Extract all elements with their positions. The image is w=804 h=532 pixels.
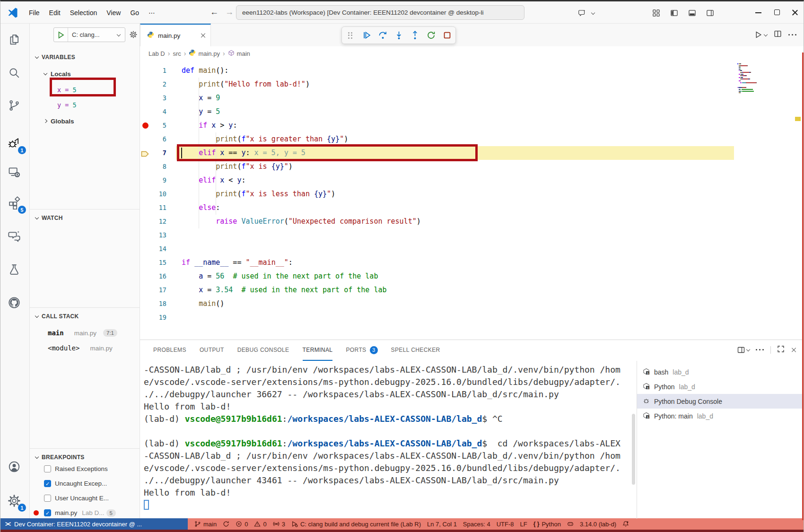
maximize-panel-icon[interactable] xyxy=(777,345,785,355)
code-line-1[interactable]: 1def main(): xyxy=(140,64,804,78)
close-panel-icon[interactable] xyxy=(791,347,797,353)
code-line-14[interactable]: 14 xyxy=(140,242,804,256)
close-icon[interactable] xyxy=(791,9,798,16)
code-line-2[interactable]: 2 print("Hello from lab-d!") xyxy=(140,78,804,91)
menu-edit[interactable]: Edit xyxy=(44,9,65,17)
language-mode-status[interactable]: { }Python xyxy=(533,521,561,528)
command-center[interactable]: eeen11202-labs (Workspace) [Dev Containe… xyxy=(236,5,524,20)
breakpoint-item[interactable]: Uncaught Excep... xyxy=(30,476,140,491)
line-number[interactable]: 8 xyxy=(151,160,166,174)
activity-remote-explorer-icon[interactable] xyxy=(8,166,23,181)
activity-accounts-icon[interactable] xyxy=(8,460,23,475)
panel-more-actions-icon[interactable] xyxy=(756,349,764,351)
terminal-list-item[interactable]: $Python: mainlab_d xyxy=(637,409,804,423)
continue-icon[interactable] xyxy=(362,31,371,40)
breakpoint-item[interactable]: User Uncaught E... xyxy=(30,491,140,506)
notifications-bell[interactable] xyxy=(622,521,629,527)
code-line-9[interactable]: 9 elif x < y: xyxy=(140,174,804,187)
line-number[interactable]: 9 xyxy=(151,174,166,187)
line-number[interactable]: 15 xyxy=(151,256,166,270)
menu-[interactable]: ⋯ xyxy=(144,9,160,17)
toggle-secondary-sidebar-icon[interactable] xyxy=(705,8,715,18)
code-line-16[interactable]: 16 a = 56 # used in the next part of the… xyxy=(140,270,804,283)
menu-view[interactable]: View xyxy=(102,9,125,17)
code-line-13[interactable]: 13 xyxy=(140,228,804,242)
step-into-icon[interactable] xyxy=(394,31,403,40)
line-number[interactable]: 14 xyxy=(151,242,166,256)
call-stack-section-header[interactable]: CALL STACK xyxy=(34,310,140,323)
activity-chat-icon[interactable] xyxy=(8,230,23,245)
activity-source-control-icon[interactable] xyxy=(8,99,23,114)
panel-tab-ports[interactable]: PORTS3 xyxy=(346,340,377,361)
terminal-list-item[interactable]: $bashlab_d xyxy=(637,365,804,379)
debug-settings-gear-icon[interactable] xyxy=(129,30,139,40)
line-number[interactable]: 10 xyxy=(151,187,166,201)
line-number[interactable]: 11 xyxy=(151,201,166,215)
breadcrumb-item[interactable]: src xyxy=(173,50,181,57)
code-line-5[interactable]: 5 if x > y: xyxy=(140,119,804,132)
forward-icon[interactable]: → xyxy=(224,7,235,17)
line-number[interactable]: 3 xyxy=(151,91,166,105)
code-line-11[interactable]: 11 else: xyxy=(140,201,804,215)
toolbar-drag-handle[interactable] xyxy=(346,31,355,40)
code-line-4[interactable]: 4 y = 5 xyxy=(140,105,804,119)
maximize-icon[interactable] xyxy=(774,9,780,15)
code-editor[interactable]: 1def main():2 print("Hello from lab-d!")… xyxy=(140,61,804,340)
activity-extensions-icon[interactable]: 5 xyxy=(8,196,23,211)
chat-icon[interactable] xyxy=(577,8,587,18)
line-number[interactable]: 13 xyxy=(151,228,166,242)
line-number[interactable]: 2 xyxy=(151,78,166,91)
start-debugging-icon[interactable] xyxy=(54,28,68,42)
debug-config-dropdown[interactable]: C: clang... xyxy=(53,27,125,42)
toggle-sidebar-icon[interactable] xyxy=(669,8,679,18)
line-number[interactable]: 19 xyxy=(151,311,166,324)
panel-tab-spell-checker[interactable]: SPELL CHECKER xyxy=(391,340,440,361)
back-icon[interactable]: ← xyxy=(209,7,220,17)
copilot-status[interactable] xyxy=(567,521,574,527)
checkbox-checked[interactable] xyxy=(44,480,51,487)
menu-file[interactable]: File xyxy=(24,9,44,17)
git-branch-status[interactable]: main xyxy=(194,521,217,528)
panel-tab-problems[interactable]: PROBLEMS xyxy=(153,340,186,361)
minimize-icon[interactable] xyxy=(755,12,761,13)
chat-dropdown-icon[interactable] xyxy=(591,11,595,15)
variable-row-y[interactable]: y = 5 xyxy=(30,98,140,112)
encoding-status[interactable]: UTF-8 xyxy=(497,521,514,528)
menu-go[interactable]: Go xyxy=(125,9,144,17)
tab-main-py[interactable]: main.py xyxy=(140,24,211,46)
code-line-15[interactable]: 15if __name__ == "__main__": xyxy=(140,256,804,270)
line-number[interactable]: 17 xyxy=(151,283,166,297)
terminal-list-item[interactable]: $Pythonlab_d xyxy=(637,379,804,394)
errors-status[interactable]: 0 xyxy=(236,521,248,528)
panel-tab-terminal[interactable]: TERMINAL xyxy=(303,340,333,361)
line-number[interactable]: 6 xyxy=(151,132,166,146)
terminal-output[interactable]: -CASSON-LAB/lab_d ; /usr/bin/env /worksp… xyxy=(140,361,637,519)
indentation-status[interactable]: Spaces: 4 xyxy=(463,521,490,528)
code-line-3[interactable]: 3 x = 9 xyxy=(140,91,804,105)
call-stack-frame-main[interactable]: main main.py 7:1 xyxy=(30,326,140,340)
line-number[interactable]: 4 xyxy=(151,105,166,119)
warnings-status[interactable]: 0 xyxy=(254,521,266,528)
python-interpreter-status[interactable]: 3.14.0 (lab-d) xyxy=(580,521,616,528)
cursor-position-status[interactable]: Ln 7, Col 1 xyxy=(427,521,457,528)
sync-status[interactable] xyxy=(223,521,229,527)
terminal-layout-icon[interactable] xyxy=(737,346,750,354)
split-editor-icon[interactable] xyxy=(774,30,782,40)
code-line-19[interactable]: 19 xyxy=(140,311,804,324)
breakpoint-item[interactable]: main.pyLab D...5 xyxy=(30,506,140,518)
activity-run-debug-icon[interactable]: 1 xyxy=(8,137,23,152)
restart-icon[interactable] xyxy=(426,31,436,40)
breakpoint-dot[interactable] xyxy=(142,122,149,129)
checkbox-unchecked[interactable] xyxy=(44,495,51,502)
toggle-panel-icon[interactable] xyxy=(687,8,697,18)
activity-settings-icon[interactable]: 1 xyxy=(8,494,23,509)
terminal-list-item[interactable]: Python Debug Console xyxy=(637,394,804,409)
breadcrumb-item[interactable]: main xyxy=(228,50,250,58)
call-stack-frame-module[interactable]: <module> main.py xyxy=(30,341,140,355)
code-line-17[interactable]: 17 x = 3.54 # used in the next part of t… xyxy=(140,283,804,297)
variables-section-header[interactable]: VARIABLES xyxy=(34,51,140,63)
code-line-12[interactable]: 12 raise ValueError("Unexpected comparis… xyxy=(140,215,804,228)
globals-scope-row[interactable]: Globals xyxy=(30,114,140,128)
step-out-icon[interactable] xyxy=(410,31,419,40)
code-line-8[interactable]: 8 print(f"x is {y}") xyxy=(140,160,804,174)
